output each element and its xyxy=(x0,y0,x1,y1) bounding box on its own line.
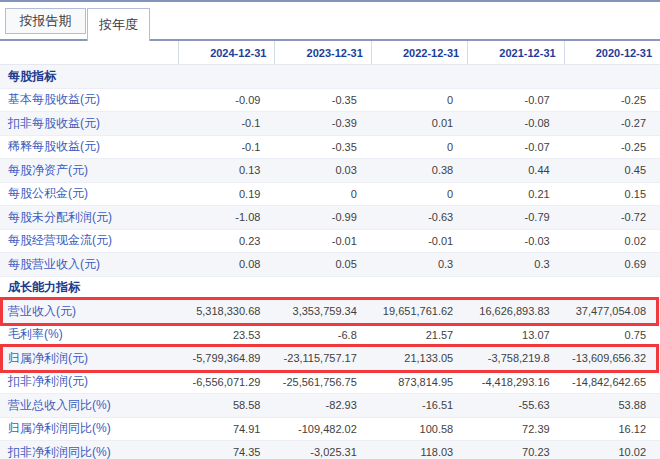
value-cell: -0.03 xyxy=(467,235,563,247)
value-cell: 70.23 xyxy=(467,446,563,458)
value-cell: -5,799,364.89 xyxy=(178,352,274,364)
value-cell: 3,353,759.34 xyxy=(274,305,370,317)
value-cell: 0.75 xyxy=(564,329,660,341)
tab-by-year[interactable]: 按年度 xyxy=(87,8,150,41)
metric-label-link[interactable]: 稀释每股收益(元) xyxy=(0,138,178,155)
value-cell: 16,626,893.83 xyxy=(467,305,563,317)
value-cell: -23,115,757.17 xyxy=(274,352,370,364)
value-cell: 58.58 xyxy=(178,399,274,411)
value-cell: 0.08 xyxy=(178,258,274,270)
section-row: 每股指标 xyxy=(0,65,660,89)
metric-label-link[interactable]: 毛利率(%) xyxy=(0,326,178,343)
metric-row: 归属净利润同比(%)74.91-109,482.02100.5872.3916.… xyxy=(0,418,660,442)
metric-row: 每股未分配利润(元)-1.08-0.99-0.63-0.79-0.72 xyxy=(0,206,660,230)
value-cell: 0.13 xyxy=(178,164,274,176)
value-cell: -109,482.02 xyxy=(274,423,370,435)
value-cell: 0.3 xyxy=(467,258,563,270)
value-cell: 0.05 xyxy=(274,258,370,270)
metric-row: 每股公积金(元)0.19000.210.15 xyxy=(0,183,660,207)
value-cell: -1.08 xyxy=(178,211,274,223)
section-title: 每股指标 xyxy=(0,68,178,85)
value-cell: -0.07 xyxy=(467,141,563,153)
metric-label-link[interactable]: 每股营业收入(元) xyxy=(0,256,178,273)
column-header-date: 2023-12-31 xyxy=(274,41,370,64)
value-cell: -0.08 xyxy=(467,117,563,129)
value-cell: -0.1 xyxy=(178,117,274,129)
metric-label-link[interactable]: 基本每股收益(元) xyxy=(0,91,178,108)
column-header-date: 2021-12-31 xyxy=(467,41,563,64)
value-cell: -55.63 xyxy=(467,399,563,411)
value-cell: 53.88 xyxy=(564,399,660,411)
value-cell: -0.72 xyxy=(564,211,660,223)
value-cell: 100.58 xyxy=(371,423,467,435)
value-cell: -0.1 xyxy=(178,141,274,153)
value-cell: 0.69 xyxy=(564,258,660,270)
value-cell: -0.35 xyxy=(274,141,370,153)
metric-row: 扣非每股收益(元)-0.1-0.390.01-0.08-0.27 xyxy=(0,112,660,136)
metric-label-link[interactable]: 每股未分配利润(元) xyxy=(0,209,178,226)
metric-label-link[interactable]: 归属净利润(元) xyxy=(0,350,178,367)
value-cell: 118.03 xyxy=(371,446,467,458)
value-cell: 5,318,330.68 xyxy=(178,305,274,317)
value-cell: -0.25 xyxy=(564,94,660,106)
value-cell: 72.39 xyxy=(467,423,563,435)
financial-table: 2024-12-31 2023-12-31 2022-12-31 2021-12… xyxy=(0,39,660,459)
value-cell: -0.27 xyxy=(564,117,660,129)
value-cell: -0.39 xyxy=(274,117,370,129)
value-cell: -25,561,756.75 xyxy=(274,376,370,388)
value-cell: 0 xyxy=(274,188,370,200)
value-cell: 21,133.05 xyxy=(371,352,467,364)
financial-indicators-panel: 按报告期 按年度 2024-12-31 2023-12-31 2022-12-3… xyxy=(0,0,660,459)
metric-row: 扣非净利润同比(%)74.35-3,025.31118.0370.2310.02 xyxy=(0,441,660,459)
value-cell: 74.35 xyxy=(178,446,274,458)
value-cell: 0.3 xyxy=(371,258,467,270)
value-cell: 0.02 xyxy=(564,235,660,247)
value-cell: -3,758,219.8 xyxy=(467,352,563,364)
value-cell: -0.09 xyxy=(178,94,274,106)
value-cell: 10.02 xyxy=(564,446,660,458)
value-cell: 74.91 xyxy=(178,423,274,435)
metric-row: 每股净资产(元)0.130.030.380.440.45 xyxy=(0,159,660,183)
value-cell: -6.8 xyxy=(274,329,370,341)
metric-row: 稀释每股收益(元)-0.1-0.350-0.07-0.25 xyxy=(0,136,660,160)
value-cell: 37,477,054.08 xyxy=(564,305,660,317)
value-cell: 0.23 xyxy=(178,235,274,247)
value-cell: -0.07 xyxy=(467,94,563,106)
tab-by-report-period[interactable]: 按报告期 xyxy=(5,8,86,34)
metric-label-link[interactable]: 扣非净利润(元) xyxy=(0,373,178,390)
value-cell: -3,025.31 xyxy=(274,446,370,458)
value-cell: 19,651,761.62 xyxy=(371,305,467,317)
metric-row: 每股营业收入(元)0.080.050.30.30.69 xyxy=(0,253,660,277)
section-title: 成长能力指标 xyxy=(0,279,178,296)
metric-label-link[interactable]: 每股净资产(元) xyxy=(0,162,178,179)
value-cell: -6,556,071.29 xyxy=(178,376,274,388)
metric-label-link[interactable]: 归属净利润同比(%) xyxy=(0,420,178,437)
value-cell: -16.51 xyxy=(371,399,467,411)
value-cell: 23.53 xyxy=(178,329,274,341)
metric-label-link[interactable]: 营业总收入同比(%) xyxy=(0,397,178,414)
value-cell: 13.07 xyxy=(467,329,563,341)
metric-row-highlighted: 营业收入(元)5,318,330.683,353,759.3419,651,76… xyxy=(0,300,660,324)
metric-label-link[interactable]: 营业收入(元) xyxy=(0,303,178,320)
metric-row-highlighted: 归属净利润(元)-5,799,364.89-23,115,757.1721,13… xyxy=(0,347,660,371)
metric-row: 毛利率(%)23.53-6.821.5713.070.75 xyxy=(0,324,660,348)
value-cell: 0 xyxy=(371,188,467,200)
value-cell: -0.25 xyxy=(564,141,660,153)
value-cell: -4,418,293.16 xyxy=(467,376,563,388)
value-cell: 0.01 xyxy=(371,117,467,129)
column-header-date: 2022-12-31 xyxy=(371,41,467,64)
value-cell: 21.57 xyxy=(371,329,467,341)
metric-label-link[interactable]: 扣非每股收益(元) xyxy=(0,115,178,132)
metric-label-link[interactable]: 扣非净利润同比(%) xyxy=(0,444,178,459)
value-cell: 0.03 xyxy=(274,164,370,176)
value-cell: 0.44 xyxy=(467,164,563,176)
metric-label-link[interactable]: 每股公积金(元) xyxy=(0,185,178,202)
value-cell: 0 xyxy=(371,141,467,153)
metric-row: 扣非净利润(元)-6,556,071.29-25,561,756.75873,8… xyxy=(0,371,660,395)
value-cell: -0.79 xyxy=(467,211,563,223)
value-cell: 0.45 xyxy=(564,164,660,176)
metric-row: 每股经营现金流(元)0.23-0.01-0.01-0.030.02 xyxy=(0,230,660,254)
value-cell: -82.93 xyxy=(274,399,370,411)
table-header-row: 2024-12-31 2023-12-31 2022-12-31 2021-12… xyxy=(0,41,660,65)
metric-label-link[interactable]: 每股经营现金流(元) xyxy=(0,232,178,249)
